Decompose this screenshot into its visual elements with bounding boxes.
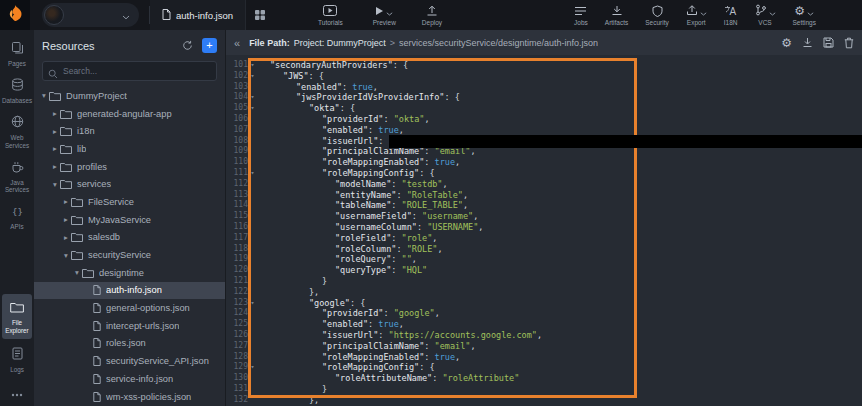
code-token: "google" <box>394 308 435 319</box>
sidebar-item-databases[interactable]: Databases <box>0 72 34 109</box>
tree-item-roles.json[interactable]: roles.json <box>34 335 225 353</box>
deploy-button[interactable]: Deploy <box>422 5 442 26</box>
tree-item-MyJavaService[interactable]: ▸MyJavaService <box>34 211 225 229</box>
fold-icon[interactable]: ▾ <box>248 298 257 309</box>
code-token: : <box>424 146 434 157</box>
sidebar-item-more[interactable] <box>0 378 34 406</box>
chevron-right-icon[interactable]: ▸ <box>61 215 71 224</box>
line-number: 125 <box>226 319 248 330</box>
i18n-button[interactable]: A I18N <box>724 5 738 26</box>
indent <box>257 168 322 179</box>
chevron-down-icon <box>807 2 814 20</box>
chevron-right-icon[interactable]: ▸ <box>61 233 71 242</box>
tree-item-securityService_API.json[interactable]: securityService_API.json <box>34 352 225 370</box>
fold-spacer <box>248 287 257 298</box>
editor-settings-gear-icon[interactable]: ⚙ <box>781 37 792 49</box>
fold-spacer <box>248 254 257 265</box>
fold-spacer <box>248 82 257 93</box>
fold-icon[interactable]: ▾ <box>248 71 257 82</box>
search-input[interactable] <box>42 61 217 81</box>
document-icon <box>12 346 23 364</box>
app-logo[interactable] <box>0 0 30 30</box>
sidebar-item-web-services[interactable]: Web Services <box>0 109 34 153</box>
fold-icon[interactable]: ▾ <box>248 103 257 114</box>
download-icon[interactable] <box>802 37 813 48</box>
code-token: "jwsProviderIdVsProviderInfo" <box>296 92 444 103</box>
tutorials-button[interactable]: Tutorials <box>318 5 343 26</box>
tree-item-i18n[interactable]: ▸i18n <box>34 122 225 140</box>
security-button[interactable]: Security <box>645 5 668 26</box>
chevron-down-icon[interactable]: ▾ <box>50 180 60 189</box>
grid-icon[interactable] <box>254 9 266 21</box>
indent <box>257 200 335 211</box>
chevron-down-icon[interactable]: ▾ <box>61 251 71 260</box>
code-token: : <box>424 352 434 363</box>
sidebar-item-logs[interactable]: Logs <box>0 341 34 378</box>
breadcrumb-project[interactable]: Project: DummyProject <box>294 38 386 48</box>
fold-icon[interactable]: ▾ <box>248 92 257 103</box>
chevron-right-icon[interactable]: ▸ <box>50 162 60 171</box>
code-token: "tableName" <box>335 200 391 211</box>
sidebar-item-java-services[interactable]: Java Services <box>0 154 34 198</box>
fold-icon[interactable]: ▾ <box>248 60 257 71</box>
line-number: 130 <box>226 373 248 384</box>
chevron-down-icon[interactable]: ▾ <box>72 268 82 277</box>
code-token: "username" <box>422 211 473 222</box>
file-icon <box>93 321 101 331</box>
tree-item-service-info.json[interactable]: service-info.json <box>34 370 225 388</box>
code-token: "HQL" <box>402 265 428 276</box>
collapse-panel-icon[interactable]: « <box>234 37 240 49</box>
code-token: "enabled" <box>322 319 368 330</box>
tree-item-DummyProject[interactable]: ▾DummyProject <box>34 87 225 105</box>
fold-spacer <box>248 222 257 233</box>
indent <box>257 103 309 114</box>
tree-item-profiles[interactable]: ▸profiles <box>34 158 225 176</box>
chevron-right-icon[interactable]: ▸ <box>50 109 60 118</box>
tree-item-salesdb[interactable]: ▸salesdb <box>34 229 225 247</box>
code-token: "ROLE_TABLE" <box>402 200 463 211</box>
indent <box>257 136 322 147</box>
export-button[interactable]: Export <box>686 5 707 26</box>
tree-item-FileService[interactable]: ▸FileService <box>34 193 225 211</box>
chevron-right-icon[interactable]: ▸ <box>50 144 60 153</box>
save-icon[interactable] <box>823 37 834 48</box>
tree-item-lib[interactable]: ▸lib <box>34 140 225 158</box>
tree-item-securityService[interactable]: ▾securityService <box>34 246 225 264</box>
tree-item-label: service-info.json <box>106 374 173 384</box>
fold-icon[interactable]: ▾ <box>248 362 257 373</box>
code-editor[interactable]: 101▾"secondaryAuthProviders": {102▾"JWS"… <box>226 55 862 406</box>
code-token: "roleMappingEnabled" <box>322 352 424 363</box>
project-switcher[interactable] <box>42 3 139 27</box>
fold-icon[interactable]: ▾ <box>248 168 257 179</box>
tab-auth-info-json[interactable]: auth-info.json <box>150 0 246 30</box>
settings-button[interactable]: ⚙ Settings <box>793 5 817 26</box>
code-token: : <box>391 179 401 190</box>
code-line-119: 119"roleQuery": "", <box>226 254 862 265</box>
preview-button[interactable]: Preview <box>373 5 396 26</box>
artifacts-button[interactable]: Artifacts <box>605 5 628 26</box>
file-icon <box>162 9 171 22</box>
vcs-button[interactable]: VCS <box>755 5 776 26</box>
code-token: "roleMappingConfig" <box>322 168 419 179</box>
jobs-button[interactable]: Jobs <box>574 5 588 26</box>
file-icon <box>93 285 101 295</box>
chevron-right-icon[interactable]: ▸ <box>61 197 71 206</box>
tree-item-designtime[interactable]: ▾designtime <box>34 264 225 282</box>
trash-icon[interactable] <box>844 37 854 49</box>
sidebar-item-apis[interactable]: {} APIs <box>0 198 34 235</box>
tree-item-generated-angular-app[interactable]: ▸generated-angular-app <box>34 105 225 123</box>
tree-item-intercept-urls.json[interactable]: intercept-urls.json <box>34 317 225 335</box>
code-token: , <box>412 254 417 265</box>
tree-item-wm-xss-policies.json[interactable]: wm-xss-policies.json <box>34 388 225 406</box>
chevron-down-icon[interactable]: ▾ <box>39 91 49 100</box>
code-token: "usernameColumn" <box>335 222 417 233</box>
code-token: "email" <box>435 341 471 352</box>
tree-item-auth-info.json[interactable]: auth-info.json <box>34 282 225 300</box>
chevron-right-icon[interactable]: ▸ <box>50 127 60 136</box>
refresh-icon[interactable] <box>182 40 193 51</box>
sidebar-item-pages[interactable]: Pages <box>0 35 34 72</box>
add-resource-button[interactable]: + <box>202 38 217 53</box>
tree-item-general-options.json[interactable]: general-options.json <box>34 299 225 317</box>
tree-item-services[interactable]: ▾services <box>34 175 225 193</box>
sidebar-item-file-explorer[interactable]: File Explorer <box>2 294 32 338</box>
